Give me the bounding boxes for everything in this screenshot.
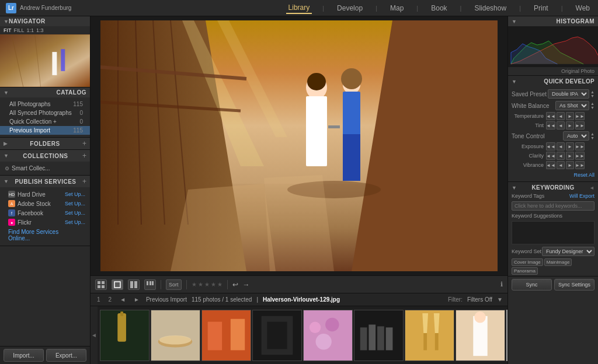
nav-print[interactable]: Print bbox=[531, 3, 551, 13]
star-3[interactable]: ★ bbox=[204, 281, 210, 288]
navigator-header[interactable]: ▼ Navigator bbox=[0, 16, 90, 26]
keyword-set-select[interactable]: Fundy Designer bbox=[542, 247, 594, 256]
import-button[interactable]: Import... bbox=[4, 349, 44, 362]
filmstrip-thumb-8[interactable] bbox=[456, 310, 505, 361]
star-1[interactable]: ★ bbox=[192, 281, 197, 288]
publish-hard-drive[interactable]: HD Hard Drive Set Up... bbox=[0, 190, 90, 199]
histogram-header[interactable]: ▼ Histogram bbox=[508, 16, 598, 26]
filmstrip-thumb-6[interactable] bbox=[354, 310, 404, 361]
catalog-all-photos[interactable]: All Photographs 115 bbox=[0, 100, 90, 108]
zoom-fill[interactable]: FILL bbox=[14, 27, 25, 33]
filmstrip-thumb-5[interactable] bbox=[303, 310, 353, 361]
adobe-stock-setup[interactable]: Set Up... bbox=[65, 201, 85, 206]
white-balance-select[interactable]: As Shot bbox=[555, 101, 589, 110]
collections-add-btn[interactable]: + bbox=[82, 152, 86, 160]
keyword-chip-cover[interactable]: Cover Image bbox=[512, 258, 543, 266]
nav-slideshow[interactable]: Slideshow bbox=[472, 3, 509, 13]
compare-view-btn[interactable] bbox=[128, 279, 140, 290]
page-1-btn[interactable]: 1 bbox=[95, 296, 102, 303]
sync-settings-button[interactable]: Sync Settings bbox=[554, 279, 594, 290]
temp-increase-large[interactable]: ►► bbox=[575, 112, 585, 120]
catalog-header[interactable]: ▼ Catalog bbox=[0, 88, 90, 97]
tone-control-select[interactable]: Auto bbox=[563, 131, 589, 141]
keyword-tags-value[interactable]: Will Export bbox=[569, 193, 594, 199]
find-more-services[interactable]: Find More Services Online... bbox=[0, 227, 90, 243]
saved-preset-up[interactable]: ▲ bbox=[590, 90, 594, 94]
temp-increase[interactable]: ► bbox=[566, 112, 574, 120]
vibrance-decrease[interactable]: ◄ bbox=[557, 161, 565, 169]
sync-button[interactable]: Sync bbox=[512, 279, 552, 290]
next-btn[interactable]: ► bbox=[132, 296, 141, 303]
star-2[interactable]: ★ bbox=[198, 281, 203, 288]
publish-header[interactable]: ▼ Publish Services + bbox=[0, 176, 90, 187]
vibrance-increase-large[interactable]: ►► bbox=[575, 161, 585, 169]
filmstrip-thumb-3[interactable] bbox=[201, 310, 251, 361]
flag-reject-btn[interactable]: ↩ bbox=[232, 281, 238, 289]
keywording-expand[interactable]: ◄ bbox=[589, 185, 594, 191]
nav-develop[interactable]: Develop bbox=[335, 3, 365, 13]
vibrance-decrease-large[interactable]: ◄◄ bbox=[546, 161, 555, 169]
wb-up[interactable]: ▲ bbox=[590, 102, 594, 106]
flag-pick-btn[interactable]: → bbox=[243, 281, 250, 289]
nav-map[interactable]: Map bbox=[388, 3, 406, 13]
reset-all-btn[interactable]: Reset All bbox=[573, 172, 594, 178]
nav-library[interactable]: Library bbox=[286, 2, 312, 14]
star-4[interactable]: ★ bbox=[211, 281, 216, 288]
publish-flickr[interactable]: ● Flickr Set Up... bbox=[0, 218, 90, 227]
exposure-decrease[interactable]: ◄ bbox=[557, 142, 565, 150]
tint-decrease-large[interactable]: ◄◄ bbox=[546, 121, 555, 130]
zoom-1-1[interactable]: 1:1 bbox=[27, 27, 34, 33]
saved-preset-select[interactable]: Double IPA bbox=[548, 89, 589, 99]
tint-increase-large[interactable]: ►► bbox=[575, 121, 585, 130]
facebook-setup[interactable]: Set Up... bbox=[65, 210, 85, 216]
exposure-increase[interactable]: ► bbox=[566, 142, 574, 150]
exposure-increase-large[interactable]: ►► bbox=[575, 142, 585, 150]
vibrance-increase[interactable]: ► bbox=[566, 161, 574, 169]
keyword-input[interactable] bbox=[512, 201, 594, 211]
quick-develop-header[interactable]: ▼ Quick Develop bbox=[508, 75, 598, 86]
zoom-1-3[interactable]: 1:3 bbox=[36, 27, 44, 33]
keywording-header[interactable]: ▼ Keywording ◄ bbox=[508, 181, 598, 192]
collections-header[interactable]: ▼ Collections + bbox=[0, 150, 90, 162]
clarity-decrease-large[interactable]: ◄◄ bbox=[546, 152, 555, 160]
folders-header[interactable]: ▶ Folders + bbox=[0, 138, 90, 149]
exposure-decrease-large[interactable]: ◄◄ bbox=[546, 142, 555, 150]
tone-up[interactable]: ▲ bbox=[590, 132, 594, 136]
publish-adobe-stock[interactable]: A Adobe Stock Set Up... bbox=[0, 199, 90, 208]
star-5[interactable]: ★ bbox=[217, 281, 222, 288]
filmstrip-thumb-9[interactable] bbox=[506, 310, 507, 361]
clarity-decrease[interactable]: ◄ bbox=[557, 152, 565, 160]
keyword-chip-panorama[interactable]: Panorama bbox=[512, 267, 538, 275]
tint-decrease[interactable]: ◄ bbox=[557, 121, 565, 130]
zoom-fit[interactable]: FIT bbox=[4, 27, 12, 33]
filmstrip-thumb-7[interactable] bbox=[405, 310, 454, 361]
temp-decrease[interactable]: ◄ bbox=[557, 112, 565, 120]
publish-add-btn[interactable]: + bbox=[82, 177, 86, 186]
clarity-increase[interactable]: ► bbox=[566, 152, 574, 160]
loupe-view-btn[interactable] bbox=[112, 279, 123, 290]
survey-view-btn[interactable] bbox=[144, 279, 156, 290]
info-icon[interactable]: ℹ bbox=[500, 281, 503, 288]
catalog-previous-import[interactable]: Previous Import 115 bbox=[0, 126, 90, 135]
folders-add-btn[interactable]: + bbox=[82, 139, 86, 148]
catalog-synced[interactable]: All Synced Photographs 0 bbox=[0, 108, 90, 117]
smart-collection[interactable]: ⚙ Smart Collec... bbox=[0, 164, 90, 173]
temp-decrease-large[interactable]: ◄◄ bbox=[546, 112, 555, 120]
saved-preset-down[interactable]: ▼ bbox=[590, 94, 594, 98]
wb-down[interactable]: ▼ bbox=[590, 106, 594, 110]
hard-drive-setup[interactable]: Set Up... bbox=[65, 191, 85, 197]
grid-view-btn[interactable] bbox=[95, 279, 107, 290]
keyword-chip-main[interactable]: MainImage bbox=[544, 258, 572, 266]
filmstrip-thumb-4[interactable] bbox=[252, 310, 302, 361]
filmstrip-thumb-2[interactable] bbox=[151, 310, 200, 361]
nav-book[interactable]: Book bbox=[429, 3, 449, 13]
page-2-btn[interactable]: 2 bbox=[107, 296, 114, 303]
catalog-quick-collection[interactable]: Quick Collection + 0 bbox=[0, 117, 90, 126]
filmstrip-thumb-1[interactable] bbox=[100, 310, 150, 361]
tint-increase[interactable]: ► bbox=[566, 121, 574, 130]
sort-btn[interactable]: Sort bbox=[166, 279, 182, 290]
flickr-setup[interactable]: Set Up... bbox=[65, 219, 85, 225]
prev-btn[interactable]: ◄ bbox=[118, 296, 127, 303]
tone-down[interactable]: ▼ bbox=[590, 136, 594, 140]
clarity-increase-large[interactable]: ►► bbox=[575, 152, 585, 160]
